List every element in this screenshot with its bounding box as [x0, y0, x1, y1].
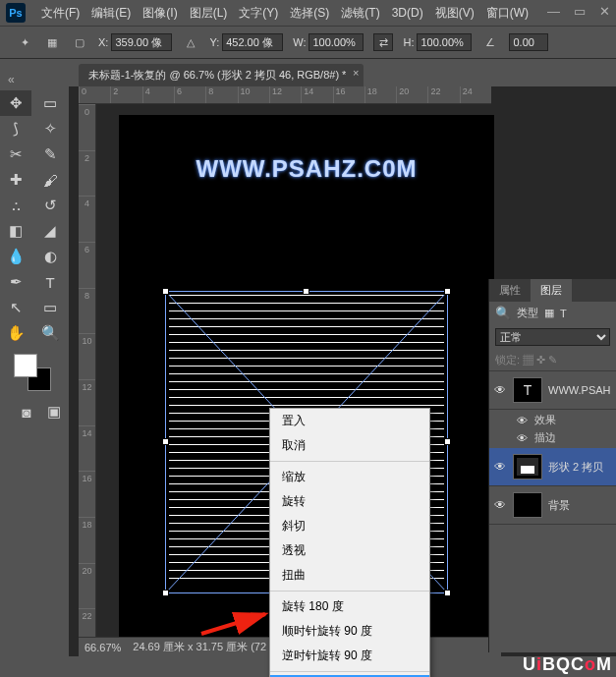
transform-tool-icon[interactable]: ✦ — [16, 33, 33, 51]
kind-label: 类型 — [517, 306, 538, 320]
doc-info: 24.69 厘米 x 31.75 厘米 (72 — [133, 640, 266, 654]
blend-mode-select[interactable]: 正常 — [495, 328, 610, 346]
quickmask-icon[interactable]: ◙ — [18, 403, 35, 421]
document-tab[interactable]: 未标题-1-恢复的 @ 66.7% (形状 2 拷贝 46, RGB/8#) *… — [79, 64, 364, 86]
menu-view[interactable]: 视图(V) — [429, 5, 480, 22]
window-controls: — ▭ ✕ — [547, 4, 610, 19]
tab-properties[interactable]: 属性 — [489, 279, 531, 302]
menu-window[interactable]: 窗口(W) — [480, 5, 534, 22]
lasso-tool-icon[interactable]: ⟆ — [0, 116, 31, 141]
transform-handle[interactable] — [444, 590, 451, 596]
transform-handle[interactable] — [444, 288, 451, 295]
eyedropper-tool-icon[interactable]: ✎ — [34, 141, 66, 167]
maximize-icon[interactable]: ▭ — [574, 4, 586, 19]
close-icon[interactable]: ✕ — [599, 4, 610, 19]
x-input[interactable] — [111, 33, 172, 51]
angle-input[interactable] — [509, 33, 548, 51]
crop-tool-icon[interactable]: ✂ — [0, 141, 31, 167]
visibility-icon[interactable]: 👁 — [493, 498, 507, 512]
layer-row-text[interactable]: 👁 T WWW.PSAH — [489, 371, 616, 410]
layer-row-shape[interactable]: 👁 形状 2 拷贝 — [489, 448, 616, 486]
ctx-rotate-cw[interactable]: 顺时针旋转 90 度 — [270, 619, 429, 644]
h-field: H: — [403, 33, 472, 51]
pen-tool-icon[interactable]: ✒ — [0, 269, 31, 295]
ctx-perspective[interactable]: 透视 — [270, 538, 429, 563]
menu-layer[interactable]: 图层(L) — [184, 5, 234, 22]
layer-fx-row[interactable]: 👁 效果 — [489, 413, 616, 427]
relative-icon[interactable]: ▢ — [71, 33, 88, 51]
layer-stroke-row[interactable]: 👁 描边 — [489, 430, 616, 445]
layer-row-background[interactable]: 👁 背景 — [489, 486, 616, 525]
ctx-skew[interactable]: 斜切 — [270, 514, 429, 538]
dodge-tool-icon[interactable]: ◐ — [34, 244, 66, 269]
link-wh-icon[interactable]: ⇄ — [373, 33, 393, 51]
lock-label: 锁定: — [495, 354, 520, 366]
ctx-rotate-180[interactable]: 旋转 180 度 — [270, 594, 429, 619]
tools-panel: ✥ ▭ ⟆ ✧ ✂ ✎ ✚ 🖌 ⛬ ↺ ◧ ◢ 💧 ◐ ✒ T ↖ ▭ ✋ 🔍 … — [0, 86, 69, 656]
path-select-icon[interactable]: ↖ — [0, 295, 31, 320]
menu-filter[interactable]: 滤镜(T) — [335, 5, 385, 22]
ctx-scale[interactable]: 缩放 — [270, 465, 429, 489]
transform-handle[interactable] — [162, 438, 169, 445]
transform-handle[interactable] — [444, 438, 451, 445]
lock-pixel-icon[interactable]: ✎ — [548, 354, 557, 366]
stamp-tool-icon[interactable]: ⛬ — [0, 193, 31, 218]
visibility-icon[interactable]: 👁 — [515, 432, 529, 444]
zoom-level[interactable]: 66.67% — [84, 642, 121, 653]
search-icon[interactable]: 🔍 — [495, 306, 511, 320]
menu-type[interactable]: 文字(Y) — [233, 5, 284, 22]
ruler-horizontal: 024 6810 121416 182022 24 — [79, 86, 491, 104]
fg-color-swatch[interactable] — [14, 354, 37, 377]
ctx-cancel[interactable]: 取消 — [270, 433, 429, 458]
healing-tool-icon[interactable]: ✚ — [0, 167, 31, 193]
transform-handle[interactable] — [162, 590, 169, 596]
ctx-place[interactable]: 置入 — [270, 409, 429, 433]
blur-tool-icon[interactable]: 💧 — [0, 244, 31, 269]
minimize-icon[interactable]: — — [547, 4, 560, 19]
ctx-rotate[interactable]: 旋转 — [270, 489, 429, 514]
screenmode-icon[interactable]: ▣ — [45, 403, 63, 421]
marquee-tool-icon[interactable]: ▭ — [34, 90, 66, 116]
color-swatches[interactable] — [14, 354, 53, 393]
transform-handle[interactable] — [303, 288, 309, 295]
tab-close-icon[interactable]: × — [353, 67, 359, 79]
menu-select[interactable]: 选择(S) — [284, 5, 335, 22]
menu-file[interactable]: 文件(F) — [35, 5, 85, 22]
delta-icon[interactable]: △ — [182, 33, 199, 51]
h-input[interactable] — [417, 33, 472, 51]
shape-tool-icon[interactable]: ▭ — [34, 295, 66, 320]
tab-layers[interactable]: 图层 — [531, 279, 572, 302]
reference-point-icon[interactable]: ▦ — [43, 33, 61, 51]
lock-pos-icon[interactable]: ✜ — [536, 354, 545, 366]
lock-all-icon[interactable]: ▦ — [523, 354, 533, 366]
w-input[interactable] — [308, 33, 364, 51]
visibility-icon[interactable]: 👁 — [515, 415, 529, 426]
ctx-rotate-ccw[interactable]: 逆时针旋转 90 度 — [270, 644, 429, 668]
transform-handle[interactable] — [162, 288, 169, 295]
pin-icon[interactable]: « — [8, 73, 15, 86]
zoom-tool-icon[interactable]: 🔍 — [34, 320, 66, 346]
visibility-icon[interactable]: 👁 — [493, 383, 507, 397]
type-layer-icon: T — [513, 377, 542, 403]
menu-image[interactable]: 图像(I) — [137, 5, 183, 22]
svg-line-4 — [201, 614, 265, 634]
filter-type-icon[interactable]: T — [560, 308, 567, 319]
brush-tool-icon[interactable]: 🖌 — [34, 167, 66, 193]
ctx-distort[interactable]: 扭曲 — [270, 563, 429, 588]
y-input[interactable] — [222, 33, 283, 51]
eraser-tool-icon[interactable]: ◧ — [0, 218, 31, 244]
move-tool-icon[interactable]: ✥ — [0, 90, 31, 116]
bg-layer-thumb — [513, 492, 542, 518]
gradient-tool-icon[interactable]: ◢ — [34, 218, 66, 244]
type-tool-icon[interactable]: T — [34, 269, 66, 295]
menu-3d[interactable]: 3D(D) — [386, 6, 429, 20]
visibility-icon[interactable]: 👁 — [493, 460, 507, 474]
menu-bar: Ps 文件(F) 编辑(E) 图像(I) 图层(L) 文字(Y) 选择(S) 滤… — [0, 0, 616, 26]
menu-edit[interactable]: 编辑(E) — [85, 5, 137, 22]
annotation-arrow-icon — [196, 609, 275, 639]
filter-pixel-icon[interactable]: ▦ — [544, 307, 554, 319]
hand-tool-icon[interactable]: ✋ — [0, 320, 31, 346]
wand-tool-icon[interactable]: ✧ — [34, 116, 66, 141]
history-brush-icon[interactable]: ↺ — [34, 193, 66, 218]
ruler-vertical: 024 6810 121416 182022 — [79, 104, 96, 654]
